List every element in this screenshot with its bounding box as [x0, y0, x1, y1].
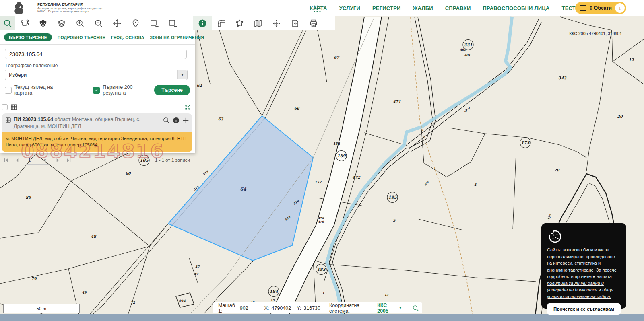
prev-page-button[interactable]	[15, 158, 19, 163]
nav-item-карта[interactable]: КАРТА	[310, 5, 327, 11]
svg-text:79: 79	[31, 276, 37, 281]
pan-icon	[113, 19, 122, 28]
measure-tool-button[interactable]	[212, 16, 230, 30]
nav-item-регистри[interactable]: РЕГИСТРИ	[372, 5, 401, 11]
select-add-tool-button[interactable]	[145, 16, 163, 30]
first-200-label: Първите 200 резултата	[103, 84, 154, 96]
chevron-down-icon: ▼	[43, 158, 47, 162]
map-status-bar: Мащаб 1: 902 X: 4790402 Y: 316730 Коорди…	[213, 302, 422, 313]
svg-text:472: 472	[352, 175, 361, 179]
add-result-icon[interactable]	[182, 117, 189, 124]
tab-detailed-search[interactable]: ПОДРОБНО ТЪРСЕНЕ	[58, 35, 105, 40]
last-page-button[interactable]	[66, 158, 71, 163]
main-nav: КАРТАУСЛУГИРЕГИСТРИЖАЛБИСПРАВКИПРАВОСПОС…	[310, 0, 576, 16]
results-grid-icon	[11, 104, 17, 110]
ruler-icon	[217, 19, 225, 28]
crs-value[interactable]: ККС 2005	[377, 302, 396, 314]
svg-text:72: 72	[130, 300, 136, 305]
first-200-checkbox[interactable]: ✓	[93, 87, 100, 94]
svg-text:63: 63	[218, 117, 224, 121]
search-button[interactable]: Търсене	[154, 85, 190, 95]
zoom-out-tool-button[interactable]	[89, 16, 108, 30]
location-tool-button[interactable]	[126, 16, 145, 30]
printer-icon	[309, 19, 318, 28]
nav-item-услуги[interactable]: УСЛУГИ	[339, 5, 360, 11]
rectangle-minus-icon	[168, 19, 177, 28]
cookie-message: Сайтът използва бисквитки за персонализи…	[541, 244, 626, 300]
download-objects-button[interactable]: ↓	[615, 3, 625, 13]
layers-outline-tool-button[interactable]	[52, 16, 71, 30]
svg-text:343: 343	[558, 76, 567, 80]
geo-position-select[interactable]: Избери ▼	[5, 70, 188, 80]
nav-item-справки[interactable]: СПРАВКИ	[445, 5, 471, 11]
select-all-results-checkbox[interactable]	[2, 104, 8, 110]
svg-text:47: 47	[194, 272, 199, 276]
layers-filled-tool-button[interactable]	[34, 16, 52, 30]
route-tool-button[interactable]	[15, 16, 34, 30]
zoom-out-icon	[94, 19, 103, 28]
zoom-in-tool-button[interactable]	[71, 16, 89, 30]
down-arrow-icon: ↓	[619, 5, 621, 11]
nav-item-тест[interactable]: ТЕСТ	[562, 5, 576, 11]
result-title: ПИ 23073.105.64 област Монтана, община В…	[14, 116, 159, 130]
pan-tool-button[interactable]	[108, 16, 126, 30]
svg-text:66: 66	[294, 106, 300, 111]
next-page-button[interactable]	[56, 158, 60, 163]
x-label: X:	[264, 305, 269, 311]
coordinate-search-icon[interactable]	[413, 305, 419, 312]
first-page-button[interactable]	[4, 158, 8, 163]
map-sheets-tool-button[interactable]	[249, 16, 267, 30]
svg-text:4: 4	[474, 183, 477, 187]
svg-text:184: 184	[270, 289, 279, 294]
page-select[interactable]: 1 ▼	[26, 156, 49, 165]
svg-text:476: 476	[318, 216, 324, 220]
chevron-down-icon[interactable]: ▼	[177, 70, 187, 79]
parcel-search-input[interactable]	[5, 49, 187, 59]
svg-text:173: 173	[521, 140, 530, 145]
search-tool-button[interactable]	[0, 16, 15, 30]
info-icon	[198, 19, 207, 28]
svg-text:15: 15	[270, 298, 275, 302]
coordinates-tool-button[interactable]	[267, 16, 286, 30]
svg-text:20: 20	[554, 168, 560, 172]
area-measure-tool-button[interactable]	[230, 16, 249, 30]
tab-quick-search[interactable]: БЪРЗО ТЪРСЕНЕ	[4, 33, 52, 41]
search-result-item[interactable]: ПИ 23073.105.64 област Монтана, община В…	[2, 113, 192, 152]
svg-text:331: 331	[464, 43, 473, 47]
logo-divider	[31, 2, 31, 14]
agency-logo-block[interactable]: РЕПУБЛИКА БЪЛГАРИЯ Агенция по геодезия, …	[0, 1, 102, 15]
select-subtract-tool-button[interactable]	[163, 16, 182, 30]
export-tool-button[interactable]	[286, 16, 304, 30]
objects-badge[interactable]: 0 Обекти ↓	[575, 2, 626, 14]
search-tabs: БЪРЗО ТЪРСЕНЕ ПОДРОБНО ТЪРСЕНЕ ГЕОД. ОСН…	[0, 30, 195, 45]
tab-geodetic-basis[interactable]: ГЕОД. ОСНОВА	[111, 35, 144, 40]
pagination-summary: 1 - 1 от 1 записи	[155, 158, 190, 163]
privacy-policy-link[interactable]: политика за лични данни и употреба на би…	[547, 281, 604, 292]
current-view-checkbox[interactable]	[5, 87, 12, 94]
expand-results-icon[interactable]	[185, 104, 191, 110]
svg-text:183: 183	[317, 267, 326, 272]
svg-text:64: 64	[240, 187, 246, 192]
scale-value: 902	[240, 305, 248, 311]
zoom-to-result-icon[interactable]	[163, 117, 170, 124]
chevron-down-icon[interactable]: ▼	[399, 306, 402, 310]
scale-bar-label: 50 m	[37, 306, 46, 311]
result-info-icon[interactable]	[173, 117, 180, 124]
location-pin-icon	[131, 19, 140, 28]
nav-item-правоспособни-лица[interactable]: ПРАВОСПОСОБНИ ЛИЦА	[483, 5, 549, 11]
export-document-icon	[291, 19, 299, 28]
page-number: 1	[28, 158, 31, 163]
geo-position-label: Географско положение	[6, 63, 195, 68]
cookie-accept-button[interactable]: Прочетох и се съгласявам	[547, 303, 621, 315]
y-label: Y:	[297, 305, 301, 311]
tab-restriction-zones[interactable]: ЗОНИ НА ОГРАНИЧЕНИЯ	[150, 35, 204, 40]
svg-text:461: 461	[460, 48, 466, 51]
svg-text:15: 15	[384, 293, 389, 296]
nav-item-жалби[interactable]: ЖАЛБИ	[413, 5, 433, 11]
bottom-edge-strip	[0, 314, 644, 321]
print-tool-button[interactable]	[304, 16, 323, 30]
crs-label: Координатна система:	[329, 302, 374, 314]
svg-text:185: 185	[388, 195, 397, 200]
info-tool-button[interactable]	[193, 16, 212, 30]
route-icon	[20, 19, 29, 28]
